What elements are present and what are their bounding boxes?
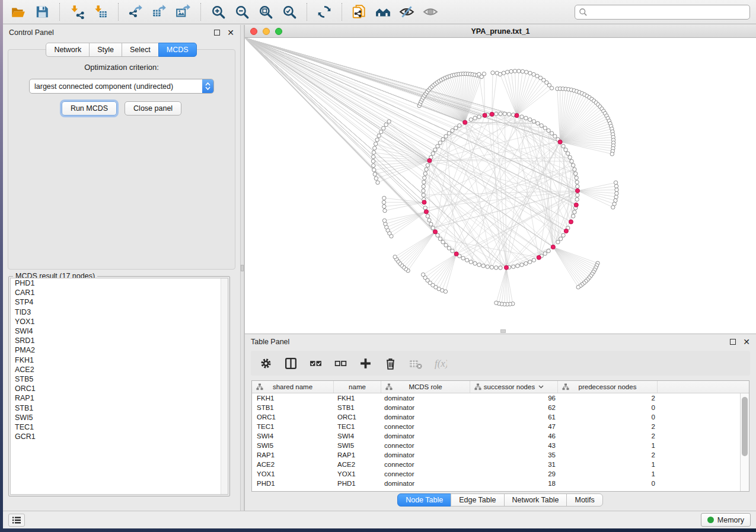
graph-node[interactable]: [382, 219, 386, 222]
graph-node[interactable]: [499, 266, 502, 270]
close-table-panel-icon[interactable]: ✕: [743, 339, 750, 345]
graph-mcds-hub-node[interactable]: [454, 252, 458, 256]
graph-node[interactable]: [438, 141, 442, 145]
graph-node[interactable]: [373, 146, 377, 150]
search-field[interactable]: [575, 5, 750, 20]
graph-node[interactable]: [543, 126, 547, 130]
graph-node[interactable]: [372, 150, 375, 154]
select-all-checkbox-button[interactable]: [305, 354, 326, 373]
mcds-result-node[interactable]: ACE2: [11, 365, 228, 374]
graph-node[interactable]: [465, 258, 468, 262]
graph-mcds-hub-node[interactable]: [574, 203, 578, 207]
minimize-window-icon[interactable]: [263, 28, 270, 35]
graph-node[interactable]: [540, 124, 543, 127]
graph-node[interactable]: [490, 265, 493, 269]
mcds-result-node[interactable]: TID3: [11, 307, 228, 317]
graph-node[interactable]: [436, 233, 439, 237]
graph-mcds-hub-node[interactable]: [564, 229, 568, 233]
graph-node[interactable]: [520, 263, 524, 267]
graph-node[interactable]: [528, 71, 532, 75]
graph-node[interactable]: [507, 113, 511, 116]
task-history-button[interactable]: [8, 514, 25, 527]
graph-node[interactable]: [473, 116, 477, 120]
graph-node[interactable]: [566, 152, 570, 155]
graph-node[interactable]: [521, 69, 524, 73]
result-list-scrollbar[interactable]: [221, 278, 228, 494]
graph-node[interactable]: [524, 262, 528, 265]
graph-node[interactable]: [377, 134, 381, 137]
network-canvas[interactable]: [245, 38, 756, 334]
search-input[interactable]: [591, 8, 746, 16]
graph-node[interactable]: [568, 155, 572, 159]
graph-node[interactable]: [373, 172, 377, 176]
gear-button[interactable]: [256, 354, 276, 373]
column-header-successor-nodes[interactable]: successor nodes: [470, 381, 558, 393]
table-scrollbar[interactable]: [740, 393, 749, 491]
graph-node[interactable]: [532, 120, 535, 123]
graph-node[interactable]: [428, 219, 431, 222]
graph-node[interactable]: [576, 193, 579, 197]
column-selector-button[interactable]: [280, 354, 301, 373]
graph-node[interactable]: [573, 168, 576, 171]
graph-node[interactable]: [547, 129, 550, 132]
graph-node[interactable]: [611, 206, 615, 209]
graph-node[interactable]: [562, 233, 565, 237]
open-file-button[interactable]: [7, 2, 30, 21]
table-row[interactable]: FKH1FKH1dominator962: [252, 393, 740, 403]
graph-mcds-hub-node[interactable]: [575, 188, 579, 193]
graph-mcds-hub-node[interactable]: [558, 140, 562, 144]
graph-node[interactable]: [423, 206, 427, 210]
close-window-icon[interactable]: [250, 28, 257, 35]
table-row[interactable]: SWI4SWI4dominator462: [252, 431, 740, 441]
mcds-result-node[interactable]: PMA2: [11, 345, 228, 355]
graph-node[interactable]: [372, 168, 376, 172]
mcds-result-node[interactable]: SWI5: [11, 413, 228, 422]
graph-node[interactable]: [429, 222, 433, 226]
graph-node[interactable]: [575, 180, 579, 184]
mcds-result-node[interactable]: CAR1: [11, 288, 228, 297]
graph-node[interactable]: [502, 71, 505, 75]
maximize-window-icon[interactable]: [275, 28, 282, 35]
graph-node[interactable]: [423, 176, 426, 180]
graph-node[interactable]: [441, 137, 445, 141]
graph-node[interactable]: [384, 123, 388, 126]
memory-button[interactable]: Memory: [701, 513, 751, 527]
graph-node[interactable]: [574, 172, 578, 175]
graph-node[interactable]: [550, 86, 553, 90]
graph-node[interactable]: [615, 191, 618, 195]
export-image-button[interactable]: [171, 2, 195, 21]
graph-node[interactable]: [444, 134, 448, 138]
graph-node[interactable]: [573, 210, 576, 214]
refresh-layout-button[interactable]: [312, 2, 336, 21]
export-network-button[interactable]: [124, 2, 148, 21]
create-column-button[interactable]: [355, 354, 375, 373]
graph-node[interactable]: [528, 260, 532, 264]
table-row[interactable]: STB1STB1dominator620: [252, 403, 740, 412]
import-network-button[interactable]: [65, 2, 89, 21]
graph-mcds-hub-node[interactable]: [504, 265, 508, 270]
graph-node[interactable]: [421, 273, 425, 276]
graph-node[interactable]: [516, 264, 519, 268]
graph-mcds-hub-node[interactable]: [428, 158, 432, 162]
table-row[interactable]: TEC1TEC1connector472: [252, 422, 740, 431]
export-table-button[interactable]: [148, 2, 171, 21]
import-table-button[interactable]: [89, 2, 113, 21]
graph-node[interactable]: [423, 172, 427, 175]
vertical-splitter[interactable]: [240, 25, 244, 511]
graph-node[interactable]: [433, 148, 437, 152]
run-mcds-button[interactable]: Run MCDS: [62, 101, 117, 116]
graph-node[interactable]: [556, 240, 560, 243]
graph-node[interactable]: [495, 266, 498, 270]
zoom-fit-button[interactable]: [254, 2, 277, 21]
graph-node[interactable]: [375, 138, 379, 142]
graph-node[interactable]: [374, 142, 377, 146]
graph-node[interactable]: [426, 214, 429, 218]
graph-node[interactable]: [387, 120, 391, 123]
mcds-result-node[interactable]: ORC1: [11, 384, 228, 393]
graph-node[interactable]: [572, 214, 575, 218]
graph-node[interactable]: [517, 69, 521, 73]
graph-node[interactable]: [486, 265, 489, 268]
graph-node[interactable]: [547, 249, 550, 252]
graph-node[interactable]: [614, 184, 618, 188]
column-header-shared-name[interactable]: shared name: [252, 381, 334, 393]
